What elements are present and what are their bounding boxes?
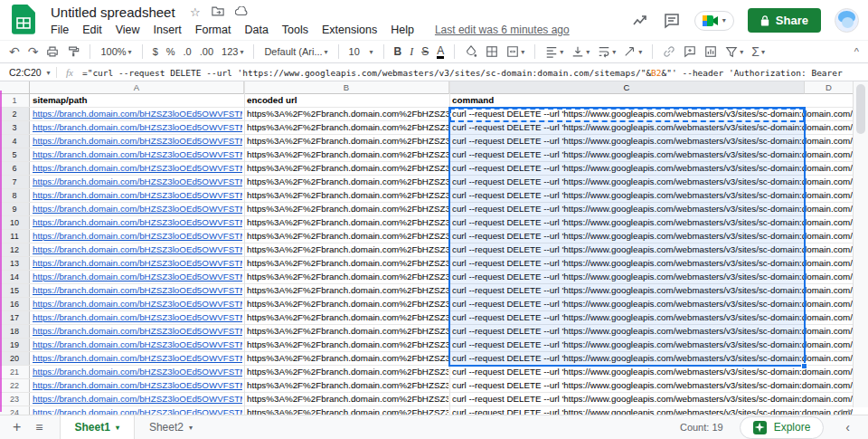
cell-A1[interactable]: sitemap/path: [33, 94, 242, 107]
cell-B9[interactable]: https%3A%2F%2Fbranch.domain.com%2FbHZSZ3…: [247, 203, 448, 215]
horizontal-scrollbar[interactable]: ◂ ▸: [808, 406, 852, 414]
sheet2-menu-caret-icon[interactable]: ▾: [189, 424, 193, 432]
sheet-tab-sheet1[interactable]: Sheet1 ▾: [60, 415, 135, 439]
row-header-20[interactable]: 20: [0, 352, 30, 365]
formula-input[interactable]: ="curl --request DELETE --url 'https://w…: [82, 68, 868, 78]
cell-B4[interactable]: https%3A%2F%2Fbranch.domain.com%2FbHZSZ3…: [247, 135, 448, 148]
row-header-4[interactable]: 4: [0, 135, 30, 148]
cell-C9[interactable]: curl --request DELETE --url 'https://www…: [452, 203, 853, 215]
strikethrough-button[interactable]: S: [421, 45, 429, 58]
cell-C21[interactable]: curl --request DELETE --url 'https://www…: [452, 366, 853, 378]
cell-B23[interactable]: https%3A%2F%2Fbranch.domain.com%2FbHZSZ3…: [247, 393, 448, 406]
row-header-1[interactable]: 1: [0, 94, 30, 107]
row-header-19[interactable]: 19: [0, 339, 30, 351]
cell-A6[interactable]: https://branch.domain.com/bHZSZ3loOEd5OW…: [33, 162, 242, 175]
menu-view[interactable]: View: [116, 24, 140, 36]
row-header-2[interactable]: 2: [0, 108, 30, 120]
menu-data[interactable]: Data: [244, 24, 268, 36]
cell-C17[interactable]: curl --request DELETE --url 'https://www…: [452, 311, 853, 324]
collapse-toolbar-icon[interactable]: ^: [854, 46, 859, 57]
cell-B2[interactable]: https%3A%2F%2Fbranch.domain.com%2FbHZSZ3…: [247, 108, 448, 120]
cell-C12[interactable]: curl --request DELETE --url 'https://www…: [452, 243, 853, 256]
cloud-saved-icon[interactable]: [235, 5, 249, 19]
font-select[interactable]: Default (Ari...▾: [264, 46, 327, 57]
menu-insert[interactable]: Insert: [154, 24, 182, 36]
document-title[interactable]: Untitled spreadsheet: [51, 5, 175, 20]
cell-C23[interactable]: curl --request DELETE --url 'https://www…: [452, 393, 853, 406]
font-size-select[interactable]: 10 ▾: [349, 45, 373, 58]
cell-A22[interactable]: https://branch.domain.com/bHZSZ3loOEd5OW…: [33, 379, 242, 392]
cell-C5[interactable]: curl --request DELETE --url 'https://www…: [452, 148, 853, 161]
column-header-A[interactable]: A: [30, 81, 244, 94]
cell-B19[interactable]: https%3A%2F%2Fbranch.domain.com%2FbHZSZ3…: [247, 339, 448, 351]
merge-cells-button[interactable]: ▾: [506, 45, 524, 58]
row-header-22[interactable]: 22: [0, 379, 30, 392]
zoom-select[interactable]: 100%▾: [100, 46, 131, 57]
insert-chart-button[interactable]: [704, 45, 717, 58]
borders-button[interactable]: [486, 45, 498, 58]
cell-A15[interactable]: https://branch.domain.com/bHZSZ3loOEd5OW…: [33, 284, 242, 297]
meet-call-button[interactable]: ▾: [694, 11, 734, 31]
cell-A8[interactable]: https://branch.domain.com/bHZSZ3loOEd5OW…: [33, 189, 242, 202]
cell-B7[interactable]: https%3A%2F%2Fbranch.domain.com%2FbHZSZ3…: [247, 176, 448, 188]
account-avatar[interactable]: [835, 8, 859, 33]
bold-button[interactable]: B: [394, 45, 402, 58]
share-button[interactable]: Share: [748, 8, 821, 33]
scroll-left-icon[interactable]: ◂: [839, 406, 843, 415]
cell-C3[interactable]: curl --request DELETE --url 'https://www…: [452, 121, 853, 134]
cell-C20[interactable]: curl --request DELETE --url 'https://www…: [452, 352, 853, 365]
cell-C8[interactable]: curl --request DELETE --url 'https://www…: [452, 189, 853, 202]
cell-B17[interactable]: https%3A%2F%2Fbranch.domain.com%2FbHZSZ3…: [247, 311, 448, 324]
horizontal-align-button[interactable]: ▾: [545, 45, 563, 58]
row-header-10[interactable]: 10: [0, 216, 30, 229]
select-all-corner[interactable]: [0, 81, 30, 94]
text-rotation-button[interactable]: ▾: [624, 45, 642, 58]
cell-B10[interactable]: https%3A%2F%2Fbranch.domain.com%2FbHZSZ3…: [247, 216, 448, 229]
cell-C11[interactable]: curl --request DELETE --url 'https://www…: [452, 230, 853, 243]
italic-button[interactable]: I: [410, 45, 413, 59]
sheet1-menu-caret-icon[interactable]: ▾: [116, 424, 119, 432]
move-folder-icon[interactable]: [212, 5, 224, 19]
cell-B20[interactable]: https%3A%2F%2Fbranch.domain.com%2FbHZSZ3…: [247, 352, 448, 365]
cell-A10[interactable]: https://branch.domain.com/bHZSZ3loOEd5OW…: [33, 216, 242, 229]
cell-B11[interactable]: https%3A%2F%2Fbranch.domain.com%2FbHZSZ3…: [247, 230, 448, 243]
cell-A5[interactable]: https://branch.domain.com/bHZSZ3loOEd5OW…: [33, 148, 242, 161]
row-header-7[interactable]: 7: [0, 176, 30, 188]
cell-C22[interactable]: curl --request DELETE --url 'https://www…: [452, 379, 853, 392]
all-sheets-menu-icon[interactable]: ≡: [35, 420, 42, 434]
cell-C4[interactable]: curl --request DELETE --url 'https://www…: [452, 135, 853, 148]
cell-A9[interactable]: https://branch.domain.com/bHZSZ3loOEd5OW…: [33, 203, 242, 215]
cell-A12[interactable]: https://branch.domain.com/bHZSZ3loOEd5OW…: [33, 243, 242, 256]
cell-C10[interactable]: curl --request DELETE --url 'https://www…: [452, 216, 853, 229]
cell-B22[interactable]: https%3A%2F%2Fbranch.domain.com%2FbHZSZ3…: [247, 379, 448, 392]
row-header-18[interactable]: 18: [0, 325, 30, 338]
row-header-3[interactable]: 3: [0, 121, 30, 134]
column-header-D[interactable]: D: [805, 81, 853, 94]
cell-C18[interactable]: curl --request DELETE --url 'https://www…: [452, 325, 853, 338]
menu-help[interactable]: Help: [391, 24, 414, 36]
column-header-C[interactable]: C: [449, 81, 805, 94]
insights-icon[interactable]: [631, 12, 649, 30]
name-box[interactable]: C2:C20 ▾: [0, 67, 56, 78]
format-percent-button[interactable]: %: [166, 46, 175, 57]
menu-extensions[interactable]: Extensions: [322, 24, 377, 36]
cell-C6[interactable]: curl --request DELETE --url 'https://www…: [452, 162, 853, 175]
cell-C15[interactable]: curl --request DELETE --url 'https://www…: [452, 284, 853, 297]
create-filter-button[interactable]: ▾: [725, 45, 743, 58]
scroll-right-icon[interactable]: ▸: [848, 406, 852, 415]
cell-C19[interactable]: curl --request DELETE --url 'https://www…: [452, 339, 853, 351]
sheets-logo-icon[interactable]: [12, 5, 35, 35]
menu-file[interactable]: File: [51, 24, 69, 36]
more-formats-button[interactable]: 123▾: [222, 46, 243, 57]
functions-button[interactable]: Σ▾: [751, 45, 765, 58]
cell-A14[interactable]: https://branch.domain.com/bHZSZ3loOEd5OW…: [33, 271, 242, 283]
comment-history-icon[interactable]: [663, 12, 681, 30]
cell-B1[interactable]: encoded url: [247, 94, 448, 107]
cell-B16[interactable]: https%3A%2F%2Fbranch.domain.com%2FbHZSZ3…: [247, 298, 448, 310]
fill-color-button[interactable]: [465, 45, 477, 58]
row-header-17[interactable]: 17: [0, 311, 30, 324]
cell-A3[interactable]: https://branch.domain.com/bHZSZ3loOEd5OW…: [33, 121, 242, 134]
cell-A18[interactable]: https://branch.domain.com/bHZSZ3loOEd5OW…: [33, 325, 242, 338]
cell-A4[interactable]: https://branch.domain.com/bHZSZ3loOEd5OW…: [33, 135, 242, 148]
menu-edit[interactable]: Edit: [82, 24, 102, 36]
